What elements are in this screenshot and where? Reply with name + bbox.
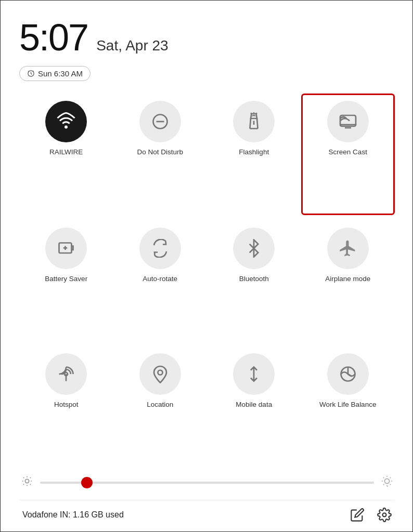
svg-line-33 <box>383 484 384 485</box>
svg-line-21 <box>30 484 31 485</box>
qs-autorotate-circle <box>139 228 181 269</box>
qs-flashlight-label: Flashlight <box>239 148 269 157</box>
location-icon <box>151 365 170 383</box>
alarm-chip[interactable]: Sun 6:30 AM <box>19 66 91 81</box>
alarm-time: Sun 6:30 AM <box>38 69 83 78</box>
svg-text:A: A <box>386 485 389 487</box>
qs-bluetooth[interactable]: Bluetooth <box>207 220 301 340</box>
svg-line-24 <box>23 484 24 485</box>
qs-airplane-label: Airplane mode <box>325 274 370 284</box>
qs-battery-label: Battery Saver <box>45 274 87 284</box>
qs-location-circle <box>139 353 181 395</box>
clock-time: 5:07 <box>19 16 88 59</box>
brightness-row: A <box>19 475 395 489</box>
qs-dnd[interactable]: Do Not Disturb <box>113 94 208 215</box>
qs-worklife-circle <box>327 353 369 395</box>
qs-screencast-label: Screen Cast <box>329 148 367 157</box>
svg-line-6 <box>256 113 257 114</box>
svg-line-29 <box>383 477 384 478</box>
qs-hotspot-circle <box>45 353 87 395</box>
svg-line-7 <box>251 113 252 114</box>
dnd-icon <box>151 112 170 131</box>
qs-screencast-circle <box>327 101 369 142</box>
svg-point-17 <box>25 479 29 483</box>
battery-saver-icon <box>57 239 75 258</box>
qs-battery-circle <box>45 228 87 269</box>
settings-icon[interactable] <box>377 508 392 522</box>
clock-date: Sat, Apr 23 <box>96 37 169 54</box>
svg-line-20 <box>23 477 24 478</box>
qs-bluetooth-circle <box>233 228 275 269</box>
qs-flashlight-circle <box>233 101 275 142</box>
svg-point-26 <box>384 478 389 483</box>
flashlight-icon <box>244 112 263 131</box>
qs-autorotate[interactable]: Auto-rotate <box>113 220 208 340</box>
alarm-icon <box>27 70 35 77</box>
qs-wifi-label: RAILWIRE <box>49 148 83 157</box>
brightness-high-icon: A <box>381 475 393 489</box>
brightness-low-icon <box>21 475 33 489</box>
footer-icons <box>350 508 392 522</box>
qs-flashlight[interactable]: Flashlight <box>207 94 301 215</box>
wifi-icon <box>57 112 75 131</box>
quick-settings-grid: RAILWIRE Do Not Disturb <box>19 94 395 466</box>
mobiledata-icon <box>244 365 263 383</box>
qs-hotspot-label: Hotspot <box>54 400 79 409</box>
qs-autorotate-label: Auto-rotate <box>143 274 177 284</box>
qs-worklife[interactable]: Work Life Balance <box>301 346 395 466</box>
autorotate-icon <box>151 239 170 258</box>
qs-mobiledata-circle <box>233 353 275 395</box>
edit-icon[interactable] <box>350 508 365 522</box>
qs-wifi-circle <box>45 101 87 142</box>
qs-mobiledata[interactable]: Mobile data <box>207 346 301 466</box>
svg-point-1 <box>64 126 68 129</box>
qs-dnd-circle <box>139 101 181 142</box>
qs-hotspot[interactable]: Hotspot <box>19 346 113 466</box>
qs-wifi[interactable]: RAILWIRE <box>19 94 113 215</box>
screencast-icon <box>339 112 357 131</box>
svg-line-25 <box>30 477 31 478</box>
svg-point-14 <box>158 370 162 375</box>
qs-screencast[interactable]: Screen Cast <box>301 94 395 215</box>
notification-shade: 5:07 Sat, Apr 23 Sun 6:30 AM RAILWIRE <box>1 1 413 532</box>
qs-bluetooth-label: Bluetooth <box>239 274 269 284</box>
qs-location-label: Location <box>147 400 173 409</box>
airplane-icon <box>339 239 357 258</box>
svg-line-34 <box>390 477 391 478</box>
qs-dnd-label: Do Not Disturb <box>137 148 183 157</box>
svg-line-30 <box>390 484 391 485</box>
qs-location[interactable]: Location <box>113 346 208 466</box>
data-usage-text: Vodafone IN: 1.16 GB used <box>22 510 124 520</box>
qs-airplane[interactable]: Airplane mode <box>301 220 395 340</box>
svg-point-36 <box>383 513 386 517</box>
qs-airplane-circle <box>327 228 369 269</box>
footer: Vodafone IN: 1.16 GB used <box>19 500 395 522</box>
brightness-thumb <box>81 477 93 488</box>
header: 5:07 Sat, Apr 23 <box>19 16 395 59</box>
hotspot-icon <box>57 365 75 383</box>
qs-worklife-label: Work Life Balance <box>319 400 376 409</box>
qs-battery-saver[interactable]: Battery Saver <box>19 220 113 340</box>
worklife-icon <box>339 365 357 383</box>
bluetooth-icon <box>244 239 263 258</box>
qs-mobiledata-label: Mobile data <box>236 400 272 409</box>
brightness-track[interactable] <box>40 482 374 484</box>
